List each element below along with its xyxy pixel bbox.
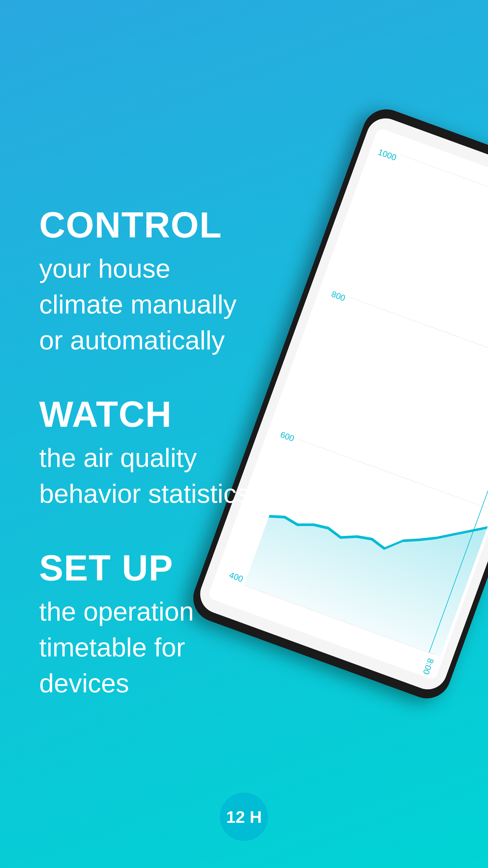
heading-setup: SET UP — [39, 548, 250, 588]
y-label-600: 600 — [279, 430, 295, 444]
y-label-1000: 1000 — [377, 147, 398, 162]
time-badge[interactable]: 12 H — [220, 793, 268, 841]
app-background: CONTROL your houseclimate manuallyor aut… — [0, 0, 488, 868]
section-control: CONTROL your houseclimate manuallyor aut… — [39, 205, 250, 358]
time-label-800: 8:00 — [421, 657, 435, 676]
chart-fill-area — [244, 456, 487, 657]
section-watch: WATCH the air qualitybehavior statistics — [39, 394, 250, 512]
badge-label: 12 H — [226, 807, 262, 827]
section-setup: SET UP the operationtimetable fordevices — [39, 548, 250, 701]
y-label-800: 800 — [330, 289, 347, 303]
subtext-setup: the operationtimetable fordevices — [39, 594, 250, 701]
heading-watch: WATCH — [39, 394, 250, 434]
subtext-control: your houseclimate manuallyor automatical… — [39, 251, 250, 358]
heading-control: CONTROL — [39, 205, 250, 245]
subtext-watch: the air qualitybehavior statistics — [39, 440, 250, 512]
marketing-text: CONTROL your houseclimate manuallyor aut… — [39, 205, 250, 737]
